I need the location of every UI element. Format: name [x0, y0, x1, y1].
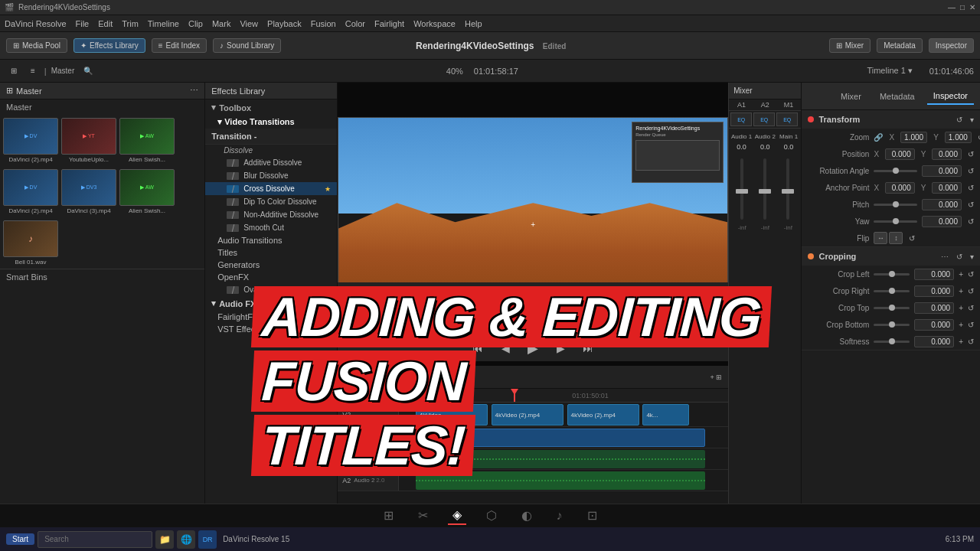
cropping-options-btn[interactable]: ⋯: [941, 253, 949, 261]
generators-category[interactable]: Generators: [205, 259, 337, 271]
crop-left-value[interactable]: 0.000: [914, 269, 954, 280]
fader-track-a2[interactable]: [763, 158, 766, 220]
softness-reset-btn[interactable]: ↺: [968, 337, 974, 346]
mixer-eq-m1[interactable]: EQ: [776, 112, 798, 126]
pos-y-value[interactable]: 0.000: [932, 148, 962, 160]
sec-search-button[interactable]: 🔍: [79, 65, 97, 77]
transform-expand-btn[interactable]: ▾: [970, 116, 974, 124]
mixer-fader-a2[interactable]: -inf: [761, 155, 769, 548]
zoom-y-value[interactable]: 1.000: [945, 132, 972, 143]
mixer-eq-a1[interactable]: EQ: [730, 112, 752, 126]
crop-bottom-value[interactable]: 0.000: [914, 319, 954, 331]
menu-fusion[interactable]: Fusion: [311, 19, 336, 28]
window-controls[interactable]: — □ ✕: [948, 3, 975, 11]
transition-smooth-cut[interactable]: Smooth Cut: [205, 221, 337, 234]
media-pool-button[interactable]: ⊞ Media Pool: [6, 38, 67, 53]
sound-library-button[interactable]: ♪ Sound Library: [213, 38, 281, 53]
taskbar-browser[interactable]: 🌐: [177, 530, 195, 549]
anchor-y-value[interactable]: 0.000: [932, 182, 962, 194]
transition-cross-dissolve[interactable]: Cross Dissolve ★: [205, 182, 337, 195]
yaw-reset-icon[interactable]: ↺: [968, 217, 974, 226]
menu-workspace[interactable]: Workspace: [413, 19, 456, 28]
mixer-eq-a2[interactable]: EQ: [753, 112, 775, 126]
fader-thumb-a2[interactable]: [759, 189, 771, 194]
menu-file[interactable]: File: [76, 19, 90, 28]
menu-playback[interactable]: Playback: [267, 19, 302, 28]
timeline-label[interactable]: Timeline 1 ▾: [867, 66, 912, 76]
tl-snap-button[interactable]: ⊞: [367, 371, 382, 383]
yaw-slider[interactable]: [874, 220, 917, 223]
crop-right-value[interactable]: 0.000: [914, 285, 954, 297]
transition-non-additive[interactable]: Non-Additive Dissolve: [205, 208, 337, 221]
fader-thumb-a1[interactable]: [736, 189, 748, 194]
menu-clip[interactable]: Clip: [188, 19, 203, 28]
audio-transitions-category[interactable]: Audio Transitions: [205, 234, 337, 246]
crop-top-reset-btn[interactable]: ↺: [968, 304, 974, 312]
prev-frame-button[interactable]: ⏮: [469, 339, 487, 357]
menu-mark[interactable]: Mark: [212, 19, 230, 28]
pitch-slider[interactable]: [874, 204, 917, 206]
menu-help[interactable]: Help: [465, 19, 482, 28]
ws-icon-deliver[interactable]: ⊡: [583, 507, 602, 524]
close-button[interactable]: ✕: [969, 3, 975, 11]
crop-right-slider[interactable]: [874, 290, 910, 292]
media-item-4[interactable]: ▶ DV3 DaVinci (3).mp4: [61, 169, 116, 214]
transform-section-header[interactable]: Transform ↺ ▾: [802, 110, 980, 129]
vst-effects-category[interactable]: VST Effects: [205, 323, 337, 335]
media-item-3[interactable]: ▶ DV DaVinci (2).mp4: [3, 169, 58, 214]
rotation-reset-icon[interactable]: ↺: [968, 167, 974, 175]
pitch-reset-icon[interactable]: ↺: [968, 201, 974, 209]
inspector-tab-inspector[interactable]: Inspector: [927, 88, 974, 105]
mixer-fader-m1[interactable]: -inf: [784, 155, 792, 548]
clip-v2-3[interactable]: 4k...: [642, 404, 688, 425]
media-item-0[interactable]: ▶ DV DaVinci (2).mp4: [3, 118, 58, 163]
fader-thumb-m1[interactable]: [782, 189, 794, 194]
play-button[interactable]: ▶: [524, 339, 542, 357]
tl-thumb-3[interactable]: [460, 295, 498, 324]
anchor-reset-icon[interactable]: ↺: [968, 184, 974, 192]
effects-library-button[interactable]: ✦ Effects Library: [74, 38, 145, 53]
pos-x-value[interactable]: 0.000: [885, 148, 915, 160]
crop-left-add-btn[interactable]: +: [959, 270, 963, 279]
taskbar-file-explorer[interactable]: 📁: [155, 530, 174, 549]
tl-thumb-4[interactable]: [500, 295, 538, 324]
ws-icon-fairlight[interactable]: ♪: [552, 507, 567, 524]
transform-reset-btn[interactable]: ↺: [956, 116, 962, 124]
taskbar-davinci-icon[interactable]: DR: [198, 530, 217, 549]
tl-add-track-button[interactable]: + ⊞: [710, 373, 722, 381]
step-forward-button[interactable]: ▶: [551, 339, 570, 357]
menu-view[interactable]: View: [240, 19, 258, 28]
fairlightfx-category[interactable]: FairlightFX: [205, 311, 337, 323]
sec-grid-button[interactable]: ⊞: [6, 65, 21, 77]
crop-top-value[interactable]: 0.000: [914, 302, 954, 314]
tl-lock-button[interactable]: 🔒: [344, 371, 362, 383]
start-button[interactable]: Start: [6, 533, 34, 545]
crop-left-reset-btn[interactable]: ↺: [968, 270, 974, 279]
menu-color[interactable]: Color: [345, 19, 365, 28]
softness-slider[interactable]: [874, 341, 910, 343]
anchor-x-value[interactable]: 0.000: [885, 182, 915, 194]
flip-reset-icon[interactable]: ↺: [909, 234, 915, 243]
inspector-button[interactable]: Inspector: [929, 38, 974, 53]
metadata-button[interactable]: Metadata: [877, 38, 923, 53]
pitch-value[interactable]: 0.000: [922, 199, 962, 210]
ws-icon-edit[interactable]: ◈: [448, 506, 466, 525]
taskbar-search-input[interactable]: [38, 531, 152, 548]
audio-fx-section[interactable]: ▾ Audio FX: [205, 296, 337, 311]
inspector-tab-metadata[interactable]: Metadata: [874, 89, 921, 104]
oval-iris-item[interactable]: Oval Iris: [205, 283, 337, 296]
crop-top-add-btn[interactable]: +: [959, 304, 963, 312]
clip-v1-main[interactable]: [416, 429, 705, 447]
softness-value[interactable]: 0.000: [914, 336, 954, 347]
cropping-reset-btn[interactable]: ↺: [956, 253, 962, 261]
crop-top-slider[interactable]: [874, 307, 910, 309]
clip-v2-2[interactable]: 4kVideo (2).mp4: [567, 404, 640, 425]
menu-timeline[interactable]: Timeline: [148, 19, 179, 28]
transition-dip-color[interactable]: Dip To Color Dissolve: [205, 195, 337, 208]
tl-link-button[interactable]: ⛓: [387, 371, 403, 383]
rotation-slider[interactable]: [874, 170, 917, 172]
cropping-expand-btn[interactable]: ▾: [970, 253, 974, 261]
video-transitions-category[interactable]: ▾ Video Transitions: [205, 116, 337, 129]
ws-icon-fusion[interactable]: ⬡: [482, 507, 501, 524]
edit-index-button[interactable]: ≡ Edit Index: [152, 38, 207, 53]
